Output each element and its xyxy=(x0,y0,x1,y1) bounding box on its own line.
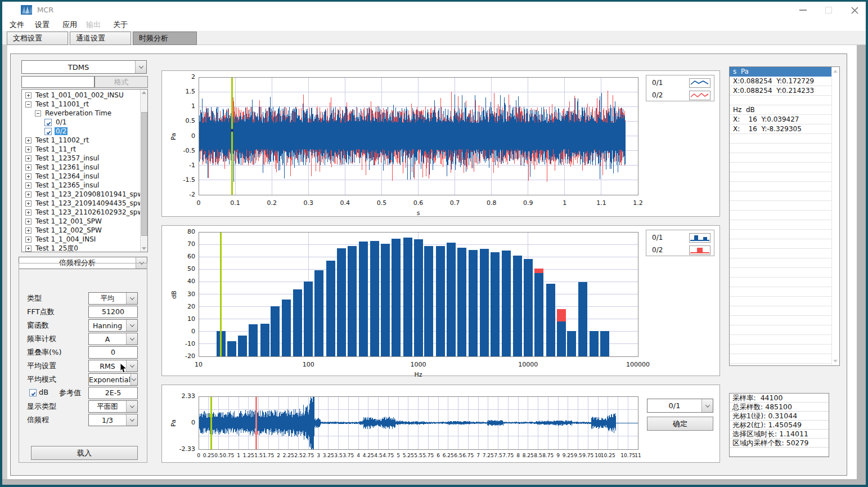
format-button[interactable]: 格式 xyxy=(95,76,148,88)
expand-icon[interactable] xyxy=(25,191,32,198)
form-select-3[interactable]: Hanning xyxy=(88,319,138,332)
tree-item-label[interactable]: Test 1_12361_insul xyxy=(34,163,100,171)
tree-item-label[interactable]: Test 1_25度0 xyxy=(34,244,79,253)
minimize-button[interactable] xyxy=(795,5,810,15)
scroll-up-icon[interactable] xyxy=(142,91,146,94)
tree-item-label[interactable]: Test 1_1_004_INSI xyxy=(34,235,97,243)
expand-icon[interactable] xyxy=(25,137,32,144)
menu-item-1[interactable]: 文件 xyxy=(10,20,24,30)
filter-input[interactable] xyxy=(21,76,95,88)
expand-icon[interactable] xyxy=(25,92,32,99)
tree-item-label[interactable]: Test 1_12365_insul xyxy=(34,181,100,189)
menu-item-2[interactable]: 设置 xyxy=(35,20,50,30)
tree-scrollbar-thumb[interactable] xyxy=(141,112,147,236)
file-format-select[interactable]: TDMS xyxy=(21,60,147,74)
tree-item[interactable]: Test 1_123_210908101941_spw xyxy=(22,190,140,199)
chevron-down-icon[interactable] xyxy=(701,399,713,412)
expand-icon[interactable] xyxy=(25,227,32,234)
expand-icon[interactable] xyxy=(25,209,32,216)
form-select-9[interactable]: 平面图 xyxy=(88,400,138,413)
full-record-chart[interactable]: 2.330-2.3300.250.50.7511.251.51.7522.252… xyxy=(161,385,720,463)
chevron-down-icon[interactable] xyxy=(126,401,137,412)
collapse-icon[interactable] xyxy=(25,101,32,108)
tree-item-label[interactable]: Test 1_11_rt xyxy=(34,145,77,153)
form-select-7[interactable]: Exponential xyxy=(88,373,138,386)
maximize-button[interactable] xyxy=(821,5,836,15)
tree-item-label[interactable]: Test 1_11001_rt xyxy=(34,100,90,108)
tree-item[interactable]: Test 1_12361_insul xyxy=(22,163,140,172)
tree-scrollbar[interactable] xyxy=(140,90,147,252)
channel-checkbox[interactable] xyxy=(44,119,52,126)
readout-scrollbar[interactable] xyxy=(831,67,839,365)
tree-item-label[interactable]: 0/2 xyxy=(55,127,68,135)
tree-item[interactable]: Test 1_123_211026102932_spw xyxy=(22,208,140,217)
tree-item[interactable]: Test 1_11_rt xyxy=(22,145,140,154)
tree-item-label[interactable]: Test 1_12364_insul xyxy=(34,172,100,180)
close-button[interactable] xyxy=(847,5,862,15)
tree-item[interactable]: Test 1_1_004_INSI xyxy=(22,235,140,244)
time-waveform-chart[interactable]: 21.510.50-0.5-1-1.5-200.10.20.30.40.50.6… xyxy=(161,70,720,217)
tree-item-label[interactable]: Test 1_12357_insul xyxy=(34,154,100,162)
channel-checkbox[interactable] xyxy=(44,128,52,135)
chevron-down-icon[interactable] xyxy=(131,374,137,385)
form-select-6[interactable]: RMS xyxy=(88,360,138,372)
chevron-down-icon[interactable] xyxy=(126,293,137,304)
tree-item[interactable]: 0/2 xyxy=(22,127,140,136)
tree-item[interactable]: Test 1_12357_insul xyxy=(22,154,140,163)
octave-spectrum-chart[interactable]: 80706050403020100-10-2010100100010000100… xyxy=(161,225,720,376)
scroll-down-icon[interactable] xyxy=(833,360,838,363)
tree-item[interactable]: Test 1_12364_insul xyxy=(22,172,140,181)
tree-item[interactable]: Test 1_12_001_SPW xyxy=(22,217,140,226)
menu-item-3[interactable]: 应用 xyxy=(62,20,77,30)
chevron-down-icon[interactable] xyxy=(126,360,137,372)
form-select-10[interactable]: 1/3 xyxy=(88,414,138,426)
collapse-icon[interactable] xyxy=(35,110,41,117)
tab-1[interactable]: 文档设置 xyxy=(7,32,68,45)
expand-icon[interactable] xyxy=(25,245,32,252)
expand-icon[interactable] xyxy=(25,236,32,243)
tab-2[interactable]: 通道设置 xyxy=(70,32,131,45)
form-input-5[interactable]: 0 xyxy=(88,346,138,359)
tree-item-label[interactable]: Test 1_123_210908101941_spw xyxy=(34,190,144,198)
chevron-down-icon[interactable] xyxy=(126,333,137,345)
db-checkbox[interactable] xyxy=(29,389,37,396)
expand-icon[interactable] xyxy=(25,155,32,162)
chevron-down-icon[interactable] xyxy=(126,414,137,426)
tree-item[interactable]: Test 1_11001_rt xyxy=(22,100,140,109)
tree-item-label[interactable]: Test 1_123_210914094435_spw xyxy=(34,199,144,207)
expand-icon[interactable] xyxy=(25,200,32,207)
tree-item-label[interactable]: 0/1 xyxy=(55,118,68,126)
chevron-down-icon[interactable] xyxy=(126,320,137,331)
scroll-up-icon[interactable] xyxy=(833,70,838,73)
form-select-1[interactable]: 平均 xyxy=(88,292,138,305)
tree-item-label[interactable]: Test 1_123_211026102932_spw xyxy=(34,208,144,216)
tree-item-label[interactable]: Reverberation Time xyxy=(44,109,113,117)
scroll-down-icon[interactable] xyxy=(142,247,146,250)
form-input-2[interactable]: 51200 xyxy=(88,306,138,318)
tree-item[interactable]: Test 1_12365_insul xyxy=(22,181,140,190)
expand-icon[interactable] xyxy=(25,218,32,225)
reference-value-input[interactable]: 2E-5 xyxy=(88,387,138,399)
menu-item-5[interactable]: 关于 xyxy=(113,20,128,30)
expand-icon[interactable] xyxy=(25,182,32,189)
tree-item[interactable]: Test 1_001_001_002_INSU xyxy=(22,91,140,100)
tree-item[interactable]: Test 1_12_002_SPW xyxy=(22,226,140,235)
expand-icon[interactable] xyxy=(25,173,32,180)
tree-item[interactable]: Test 1_11002_rt xyxy=(22,136,140,145)
tree-item[interactable]: Test 1_25度0 xyxy=(22,244,140,252)
tree-item[interactable]: 0/1 xyxy=(22,118,140,127)
tab-3[interactable]: 时频分析 xyxy=(133,32,197,45)
tree-item[interactable]: Reverberation Time xyxy=(22,109,140,118)
tree-item-label[interactable]: Test 1_12_001_SPW xyxy=(34,217,103,225)
tree-item[interactable]: Test 1_123_210914094435_spw xyxy=(22,199,140,208)
form-select-4[interactable]: A xyxy=(88,333,138,345)
expand-icon[interactable] xyxy=(25,164,32,171)
chevron-down-icon[interactable] xyxy=(135,61,146,73)
tree-item-label[interactable]: Test 1_11002_rt xyxy=(34,136,90,144)
confirm-button[interactable]: 确定 xyxy=(647,417,713,431)
channel-select[interactable]: 0/1 xyxy=(647,399,713,413)
expand-icon[interactable] xyxy=(25,146,32,153)
tree-item-label[interactable]: Test 1_001_001_002_INSU xyxy=(34,91,125,99)
load-button[interactable]: 载入 xyxy=(31,446,138,460)
tree-item-label[interactable]: Test 1_12_002_SPW xyxy=(34,226,103,234)
